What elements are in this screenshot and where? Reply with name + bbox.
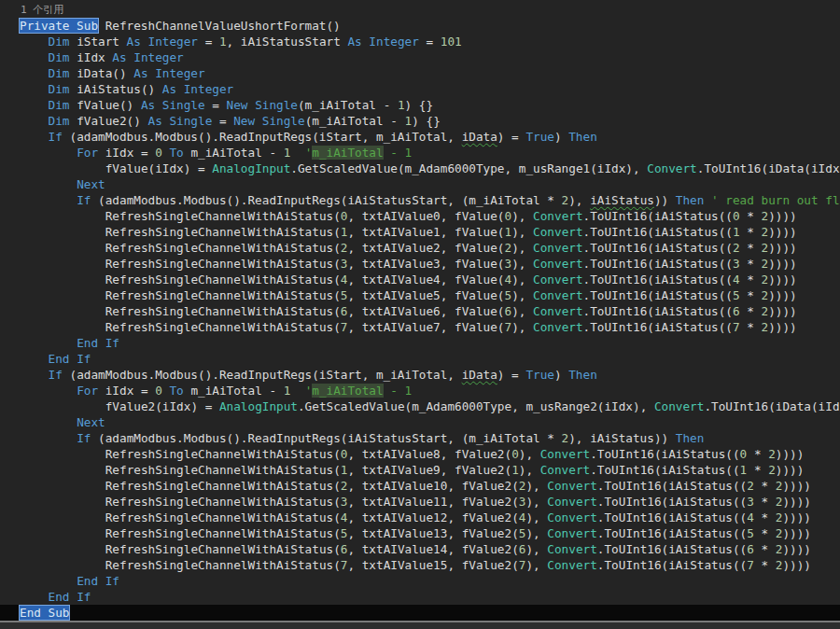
code-token-kw: For <box>77 146 98 160</box>
code-line[interactable]: RefreshSingleChannelWithAiStatus(3, txtA… <box>0 256 840 272</box>
code-token-id: .GetScaledValue(m_Adam6000Type, m_usRang… <box>298 399 654 413</box>
codelens-references[interactable]: 1 个引用 <box>0 3 840 18</box>
code-token-id: iIdx = 0 <box>98 146 169 160</box>
code-token-num: 2 <box>768 447 776 461</box>
code-token-id: m_iAiTotal - 1 <box>184 146 305 160</box>
code-token-id <box>248 98 256 112</box>
code-token-id: .ToUInt16(iAiStatus((1 * 2)))) <box>590 463 804 477</box>
code-token-id: .ToUInt16(iAiStatus((3 * 2)))) <box>597 495 811 509</box>
code-line[interactable]: End If <box>0 335 840 351</box>
code-line[interactable]: RefreshSingleChannelWithAiStatus(2, txtA… <box>0 240 840 256</box>
code-token-kw: Single <box>262 114 305 128</box>
code-token-id: fValue2(iIdx) = <box>105 399 219 413</box>
code-editor[interactable]: 1 个引用 Private Sub RefreshChannelValueUsh… <box>0 3 840 629</box>
code-token-id: iAiStatus() <box>70 82 162 96</box>
code-line[interactable]: RefreshSingleChannelWithAiStatus(1, txtA… <box>0 224 840 240</box>
code-token-kw: Next <box>77 415 105 429</box>
code-token-kw: Then <box>568 368 597 382</box>
code-token-kw: If <box>49 368 63 382</box>
code-line-current[interactable]: End Sub <box>0 605 840 621</box>
code-token-id: = <box>205 98 227 112</box>
code-line[interactable]: Dim iData() As Integer <box>0 65 840 81</box>
code-token-ty: Convert <box>540 463 590 477</box>
code-token-ty: Convert <box>533 288 582 302</box>
code-line[interactable]: fValue(iIdx) = AnalogInput.GetScaledValu… <box>0 161 840 176</box>
code-token-wavy: iData <box>462 130 497 144</box>
code-line[interactable]: RefreshSingleChannelWithAiStatus(4, txtA… <box>0 510 840 525</box>
code-line[interactable]: Dim fValue() As Single = New Single(m_iA… <box>0 97 840 113</box>
code-line[interactable]: RefreshSingleChannelWithAiStatus(5, txtA… <box>0 525 840 541</box>
code-line[interactable]: RefreshSingleChannelWithAiStatus(4, txtA… <box>0 272 840 287</box>
code-token-num: 5 <box>505 288 512 302</box>
code-line[interactable]: For iIdx = 0 To m_iAiTotal - 1 'm_iAiTot… <box>0 145 840 161</box>
code-token-kw: True <box>525 368 554 382</box>
code-line[interactable]: If (adamModbus.Modbus().ReadInputRegs(iS… <box>0 129 840 145</box>
code-token-num: 7 <box>733 320 740 334</box>
code-token-cmh: m_iAiTotal <box>312 146 383 160</box>
code-token-id: RefreshSingleChannelWithAiStatus(5, txtA… <box>105 288 533 302</box>
code-token-kw: To <box>169 384 183 398</box>
code-token-num: 1 <box>505 225 512 239</box>
code-token-ty: Convert <box>547 542 596 556</box>
code-line[interactable]: RefreshSingleChannelWithAiStatus(2, txtA… <box>0 478 840 494</box>
code-line[interactable]: RefreshSingleChannelWithAiStatus(1, txtA… <box>0 462 840 478</box>
code-line[interactable]: Dim iAiStatus() As Integer <box>0 81 840 97</box>
code-token-id: RefreshSingleChannelWithAiStatus(3, txtA… <box>105 495 548 509</box>
code-line[interactable]: If (adamModbus.Modbus().ReadInputRegs(iA… <box>0 430 840 446</box>
code-line[interactable]: If (adamModbus.Modbus().ReadInputRegs(iA… <box>0 192 840 208</box>
code-line[interactable]: If (adamModbus.Modbus().ReadInputRegs(iS… <box>0 367 840 383</box>
code-token-id: .ToUInt16(iAiStatus((2 * 2)))) <box>583 241 797 255</box>
code-token-id: .GetScaledValue(m_Adam6000Type, m_usRang… <box>290 161 647 175</box>
code-token-id: RefreshSingleChannelWithAiStatus(5, txtA… <box>105 526 548 540</box>
code-token-num: 5 <box>747 526 754 540</box>
code-token-id: RefreshSingleChannelWithAiStatus(3, txtA… <box>105 257 533 271</box>
code-token-ty: Convert <box>547 479 596 493</box>
code-token-id: )) <box>654 193 676 207</box>
code-line[interactable]: Dim fValue2() As Single = New Single(m_i… <box>0 113 840 129</box>
code-token-id: RefreshSingleChannelWithAiStatus(0, txtA… <box>105 209 533 223</box>
code-token-id: .ToUInt16(iAiStatus((0 * 2)))) <box>583 209 797 223</box>
code-token-kw: If <box>49 130 63 144</box>
code-token-cm: ' read burn out flag <box>711 193 840 207</box>
code-line[interactable]: End If <box>0 573 840 589</box>
code-line[interactable]: RefreshSingleChannelWithAiStatus(7, txtA… <box>0 319 840 335</box>
code-token-id: .ToUInt16(iAiStatus((7 * 2)))) <box>583 320 797 334</box>
code-line[interactable]: End If <box>0 351 840 367</box>
code-token-kw: As <box>347 35 361 49</box>
code-token-num: 4 <box>733 273 740 287</box>
code-line[interactable]: RefreshSingleChannelWithAiStatus(6, txtA… <box>0 541 840 557</box>
code-token-id: (adamModbus.Modbus().ReadInputRegs(iAiSt… <box>91 193 590 207</box>
code-line[interactable]: End If <box>0 589 840 605</box>
code-line[interactable]: Dim iIdx As Integer <box>0 49 840 65</box>
code-token-num: 0 <box>511 447 519 461</box>
code-token-ty: Convert <box>533 304 582 318</box>
code-line[interactable]: RefreshSingleChannelWithAiStatus(7, txtA… <box>0 557 840 573</box>
code-line[interactable]: RefreshSingleChannelWithAiStatus(0, txtA… <box>0 446 840 462</box>
code-token-kw: Integer <box>155 66 204 80</box>
code-token-kw: For <box>77 384 98 398</box>
code-line[interactable]: RefreshSingleChannelWithAiStatus(0, txtA… <box>0 208 840 224</box>
code-token-id: fValue2() <box>70 114 148 128</box>
code-line[interactable]: Dim iStart As Integer = 1, iAiStatusStar… <box>0 34 840 49</box>
code-line[interactable]: Next <box>0 414 840 430</box>
code-token-ty: Convert <box>533 320 582 334</box>
code-token-id <box>176 82 184 96</box>
code-token-sel: Private Sub <box>20 19 98 33</box>
code-line[interactable]: Private Sub RefreshChannelValueUshortFor… <box>0 18 840 34</box>
code-token-id: fValue() <box>70 98 141 112</box>
code-line[interactable]: RefreshSingleChannelWithAiStatus(5, txtA… <box>0 287 840 303</box>
code-token-id <box>704 193 711 207</box>
code-line[interactable]: fValue2(iIdx) = AnalogInput.GetScaledVal… <box>0 398 840 414</box>
code-area[interactable]: Private Sub RefreshChannelValueUshortFor… <box>0 18 840 621</box>
horizontal-scrollbar-track[interactable] <box>0 622 840 629</box>
code-line[interactable]: For iIdx = 0 To m_iAiTotal - 1 'm_iAiTot… <box>0 383 840 398</box>
code-token-id: ) <box>554 130 568 144</box>
code-token-id: RefreshSingleChannelWithAiStatus(6, txtA… <box>105 542 548 556</box>
code-line[interactable]: Next <box>0 176 840 192</box>
code-line[interactable]: RefreshSingleChannelWithAiStatus(3, txtA… <box>0 494 840 510</box>
code-token-ty: Convert <box>547 558 596 572</box>
code-token-num: 2 <box>768 463 776 477</box>
code-token-cmh: m_iAiTotal <box>312 384 383 398</box>
code-token-cm: - 1 <box>384 384 413 398</box>
code-line[interactable]: RefreshSingleChannelWithAiStatus(6, txtA… <box>0 303 840 319</box>
